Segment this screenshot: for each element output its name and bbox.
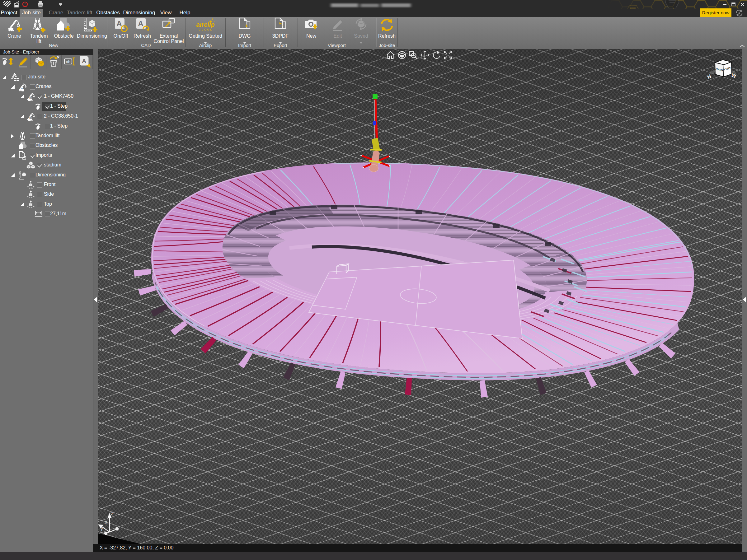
svg-text:aırclip: aırclip: [197, 21, 215, 28]
svg-text:X: X: [105, 520, 108, 525]
svg-text:N: N: [706, 74, 712, 80]
svg-text:A: A: [138, 19, 143, 28]
svg-text:Z: Z: [111, 511, 113, 516]
svg-text:ab: ab: [66, 59, 70, 64]
svg-text:Y: Y: [100, 527, 103, 532]
svg-text:A: A: [82, 58, 86, 64]
svg-text:A: A: [117, 19, 122, 28]
svg-text:CLOUD: CLOUD: [199, 28, 213, 31]
